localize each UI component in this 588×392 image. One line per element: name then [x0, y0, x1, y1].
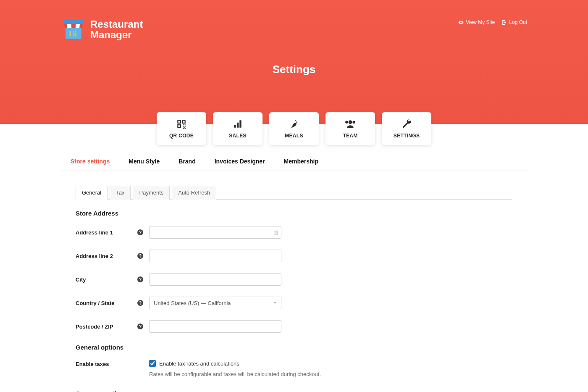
input-postcode[interactable] — [149, 320, 281, 333]
logout-label: Log Out — [509, 19, 527, 25]
label-city: City — [76, 276, 86, 283]
nav-sales-label: SALES — [229, 133, 247, 139]
nav-meals-label: MEALS — [285, 133, 303, 139]
help-icon[interactable]: ? — [137, 229, 143, 235]
barchart-icon — [232, 118, 243, 129]
help-icon[interactable]: ? — [137, 300, 143, 306]
nav-qrcode-label: QR CODE — [169, 133, 194, 139]
view-site-label: View My Site — [466, 19, 495, 25]
tab-invoices[interactable]: Invoices Designer — [205, 152, 275, 171]
label-country: Country / State — [76, 300, 114, 306]
label-address1: Address line 1 — [76, 229, 113, 236]
nav-team[interactable]: TEAM — [326, 112, 375, 145]
subtab-general[interactable]: General — [76, 186, 108, 200]
team-icon — [345, 118, 356, 129]
primary-tabs: Store settings Menu Style Brand Invoices… — [61, 152, 527, 171]
nav-sales[interactable]: SALES — [213, 112, 262, 145]
brand-line1: Restaurant — [90, 19, 143, 29]
section-store-address: Store Address — [76, 210, 512, 217]
input-address2[interactable] — [149, 250, 281, 262]
storefront-icon — [61, 17, 86, 42]
label-enable-taxes: Enable taxes — [76, 361, 109, 367]
carrot-icon — [289, 118, 299, 129]
sub-tabs: General Tax Payments Auto Refresh — [76, 185, 512, 200]
help-icon[interactable]: ? — [137, 276, 143, 282]
label-address2: Address line 2 — [76, 253, 113, 259]
section-general-options: General options — [76, 344, 512, 351]
nav-settings[interactable]: SETTINGS — [382, 112, 431, 145]
checkbox-enable-taxes[interactable] — [149, 360, 156, 367]
nav-team-label: TEAM — [343, 133, 357, 139]
tab-membership[interactable]: Membership — [275, 152, 328, 171]
eye-icon — [458, 20, 464, 25]
qrcode-icon — [176, 118, 187, 129]
tab-store-settings[interactable]: Store settings — [61, 152, 119, 171]
nav-meals[interactable]: MEALS — [269, 112, 319, 145]
nav-settings-label: SETTINGS — [394, 133, 420, 139]
tab-menu-style[interactable]: Menu Style — [119, 152, 169, 171]
select-country[interactable]: United States (US) — California — [149, 297, 281, 309]
nav-qrcode[interactable]: QR CODE — [157, 112, 206, 145]
svg-rect-0 — [64, 20, 83, 24]
logout-link[interactable]: Log Out — [501, 19, 527, 25]
logout-icon — [501, 20, 507, 25]
wrench-icon — [401, 118, 412, 129]
help-icon[interactable]: ? — [137, 324, 143, 329]
enable-taxes-row[interactable]: Enable tax rates and calculations — [149, 360, 512, 367]
brand-logo: Restaurant Manager — [61, 17, 143, 42]
help-icon[interactable]: ? — [137, 253, 143, 259]
subtab-auto-refresh[interactable]: Auto Refresh — [172, 186, 216, 200]
input-address1[interactable] — [149, 226, 281, 239]
view-site-link[interactable]: View My Site — [458, 19, 495, 25]
page-title: Settings — [273, 63, 316, 76]
label-postcode: Postcode / ZIP — [76, 324, 113, 330]
enable-taxes-description: Rates will be configurable and taxes wil… — [149, 371, 512, 377]
brand-line2: Manager — [90, 29, 143, 40]
checkbox-enable-taxes-label: Enable tax rates and calculations — [159, 360, 239, 367]
tab-brand[interactable]: Brand — [169, 152, 205, 171]
subtab-payments[interactable]: Payments — [133, 186, 170, 200]
autofill-icon: ▤ — [273, 229, 278, 235]
input-city[interactable] — [149, 273, 281, 286]
section-currency-options: Currency options — [76, 390, 512, 392]
svg-rect-2 — [70, 31, 71, 37]
subtab-tax[interactable]: Tax — [110, 186, 131, 200]
